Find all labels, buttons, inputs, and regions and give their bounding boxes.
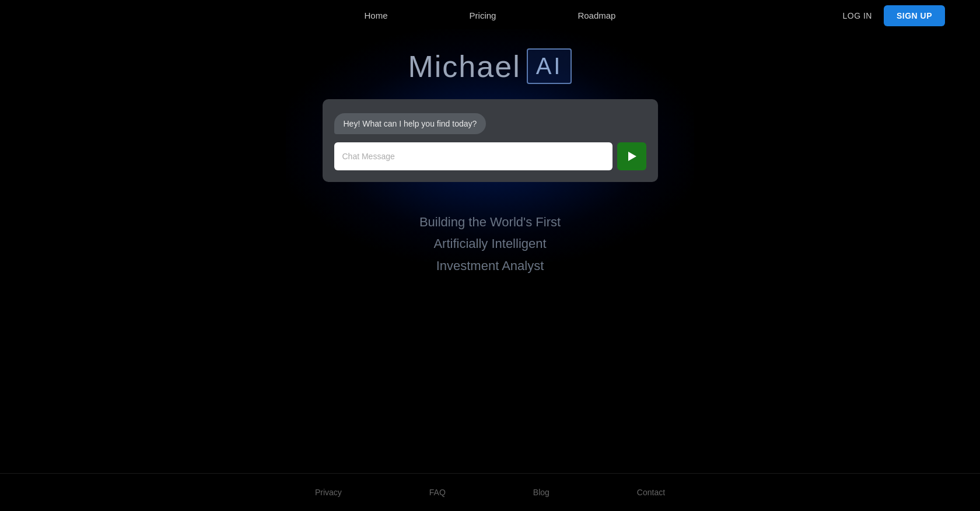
send-arrow-icon xyxy=(628,152,636,161)
footer-blog[interactable]: Blog xyxy=(533,488,550,497)
nav-auth: LOG IN SIGN UP xyxy=(842,5,945,26)
chat-input-row xyxy=(334,142,646,170)
logo-ai-box: AI xyxy=(527,48,572,84)
nav-pricing[interactable]: Pricing xyxy=(470,10,496,20)
footer-contact[interactable]: Contact xyxy=(637,488,665,497)
signup-button[interactable]: SIGN UP xyxy=(884,5,945,26)
chat-greeting-bubble: Hey! What can I help you find today? xyxy=(334,113,487,134)
tagline-line3: Investment Analyst xyxy=(0,255,980,276)
hero-section: Michael AI Hey! What can I help you find… xyxy=(0,48,980,182)
tagline-section: Building the World's First Artificially … xyxy=(0,211,980,276)
nav-roadmap[interactable]: Roadmap xyxy=(578,10,615,20)
login-button[interactable]: LOG IN xyxy=(842,11,872,20)
footer-privacy[interactable]: Privacy xyxy=(315,488,342,497)
logo-michael-text: Michael xyxy=(408,49,521,84)
chat-send-button[interactable] xyxy=(617,142,646,170)
tagline-line2: Artificially Intelligent xyxy=(0,233,980,254)
logo-ai-text: AI xyxy=(536,53,563,79)
logo-container: Michael AI xyxy=(408,48,572,84)
footer: Privacy FAQ Blog Contact xyxy=(0,473,980,511)
footer-faq[interactable]: FAQ xyxy=(429,488,446,497)
chat-widget: Hey! What can I help you find today? xyxy=(323,99,658,182)
chat-message-input[interactable] xyxy=(334,142,612,170)
tagline-line1: Building the World's First xyxy=(0,211,980,233)
navbar: Home Pricing Roadmap LOG IN SIGN UP xyxy=(0,0,980,31)
nav-home[interactable]: Home xyxy=(365,10,388,20)
nav-links: Home Pricing Roadmap xyxy=(23,10,957,20)
